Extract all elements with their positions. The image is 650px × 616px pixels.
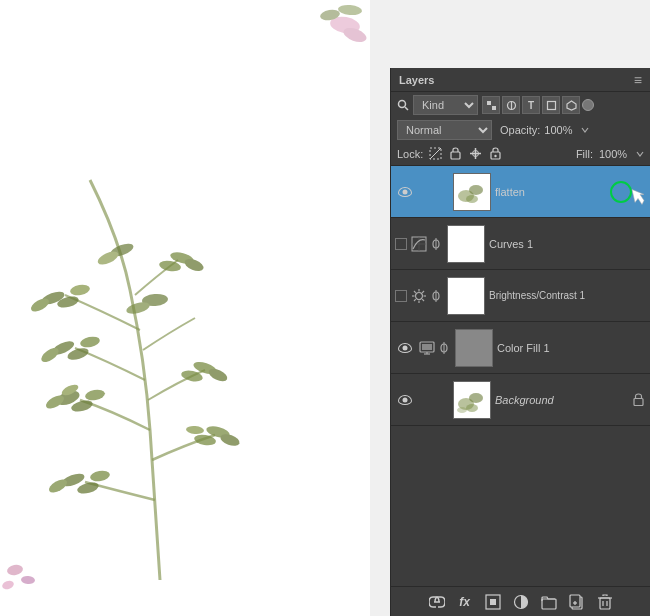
svg-rect-83 <box>634 399 643 406</box>
add-layer-style-btn[interactable]: fx <box>454 591 476 613</box>
svg-line-69 <box>422 299 424 301</box>
svg-point-56 <box>469 185 483 195</box>
layer-type-icon <box>409 234 429 254</box>
layer-thumbnail <box>453 381 491 419</box>
svg-line-68 <box>414 291 416 293</box>
svg-point-38 <box>399 101 406 108</box>
layer-thumbnail <box>447 225 485 263</box>
layer-name: Curves 1 <box>489 238 646 250</box>
filter-icons: T <box>482 96 594 114</box>
layer-row[interactable]: Brightness/Contrast 1 <box>391 270 650 322</box>
lock-row: Lock: <box>391 142 650 166</box>
layer-row[interactable]: flatten <box>391 166 650 218</box>
new-group-btn[interactable] <box>538 591 560 613</box>
svg-line-70 <box>422 291 424 293</box>
svg-point-16 <box>186 425 205 435</box>
layer-visibility-btn[interactable] <box>395 182 415 202</box>
layer-thumb-content <box>454 174 490 210</box>
smartobj-filter-btn[interactable] <box>562 96 580 114</box>
layer-name: Background <box>495 394 630 406</box>
panel-title: Layers <box>399 74 434 86</box>
layer-name: Brightness/Contrast 1 <box>489 290 646 301</box>
lock-label: Lock: <box>397 148 423 160</box>
eye-icon <box>398 187 412 197</box>
add-mask-btn[interactable] <box>482 591 504 613</box>
blend-row: Normal Opacity: 100% <box>391 118 650 142</box>
opacity-label: Opacity: <box>500 124 540 136</box>
svg-rect-44 <box>547 101 555 109</box>
layer-link-icon[interactable] <box>429 238 443 250</box>
eye-icon <box>398 343 412 353</box>
svg-rect-86 <box>490 599 496 605</box>
svg-point-8 <box>79 335 101 349</box>
svg-marker-58 <box>632 189 644 204</box>
lock-artboards-btn[interactable] <box>487 146 503 162</box>
svg-point-31 <box>6 564 23 577</box>
svg-rect-48 <box>451 152 460 159</box>
delete-layer-btn[interactable] <box>594 591 616 613</box>
blend-mode-select[interactable]: Normal <box>397 120 492 140</box>
new-layer-btn[interactable] <box>566 591 588 613</box>
svg-rect-41 <box>492 106 496 110</box>
plant-artwork <box>0 0 370 616</box>
layer-thumbnail <box>447 277 485 315</box>
adjustment-filter-btn[interactable] <box>502 96 520 114</box>
filter-row: Kind T <box>391 92 650 118</box>
text-filter-btn[interactable]: T <box>522 96 540 114</box>
shape-filter-btn[interactable] <box>542 96 560 114</box>
svg-marker-45 <box>567 101 576 110</box>
svg-point-80 <box>469 393 483 403</box>
svg-point-30 <box>89 469 110 482</box>
lock-image-btn[interactable] <box>447 146 463 162</box>
layer-link-icon[interactable] <box>429 290 443 302</box>
new-adjustment-btn[interactable] <box>510 591 532 613</box>
svg-point-3 <box>84 388 105 401</box>
layer-type-icon <box>409 286 429 306</box>
layers-list: flatten <box>391 166 650 586</box>
svg-point-63 <box>416 292 423 299</box>
lock-position-btn[interactable] <box>467 146 483 162</box>
layer-row[interactable]: Curves 1 <box>391 218 650 270</box>
layer-type-spacer <box>415 390 435 410</box>
svg-line-71 <box>414 299 416 301</box>
layer-type-icon <box>417 338 437 358</box>
layer-link-icon[interactable] <box>437 342 451 354</box>
layer-thumbnail <box>455 329 493 367</box>
fill-chevron-icon <box>636 150 644 158</box>
layer-thumbnail <box>453 173 491 211</box>
svg-point-81 <box>466 404 478 412</box>
layers-panel: Layers ≡ Kind T <box>390 68 650 616</box>
layer-visibility-btn[interactable] <box>395 338 415 358</box>
fill-value[interactable]: 100% <box>599 148 631 160</box>
svg-point-33 <box>1 579 15 591</box>
filter-kind-select[interactable]: Kind <box>413 95 478 115</box>
svg-point-37 <box>338 4 363 16</box>
svg-line-47 <box>430 148 441 159</box>
eye-icon <box>398 395 412 405</box>
lock-transparent-btn[interactable] <box>427 146 443 162</box>
layer-row[interactable]: Color Fill 1 <box>391 322 650 374</box>
layer-row[interactable]: Background <box>391 374 650 426</box>
layer-visibility-checkbox[interactable] <box>395 238 407 250</box>
svg-point-82 <box>457 407 467 413</box>
layer-name: Color Fill 1 <box>497 342 646 354</box>
panel-menu-icon[interactable]: ≡ <box>634 72 642 88</box>
layer-visibility-checkbox[interactable] <box>395 290 407 302</box>
svg-point-57 <box>466 195 478 203</box>
cursor-arrow-icon <box>626 186 648 208</box>
fill-label: Fill: <box>576 148 593 160</box>
svg-rect-76 <box>422 344 432 350</box>
link-layers-btn[interactable] <box>426 591 448 613</box>
layer-visibility-btn[interactable] <box>395 390 415 410</box>
filter-toggle-circle[interactable] <box>582 99 594 111</box>
svg-point-32 <box>21 575 36 584</box>
svg-point-12 <box>69 283 90 296</box>
opacity-value[interactable]: 100% <box>544 124 576 136</box>
panel-header: Layers ≡ <box>391 68 650 92</box>
opacity-chevron-icon <box>581 126 589 134</box>
pixel-filter-btn[interactable] <box>482 96 500 114</box>
search-icon <box>397 99 409 111</box>
layer-type-spacer <box>415 182 435 202</box>
svg-rect-93 <box>600 598 610 609</box>
svg-rect-88 <box>542 599 556 609</box>
